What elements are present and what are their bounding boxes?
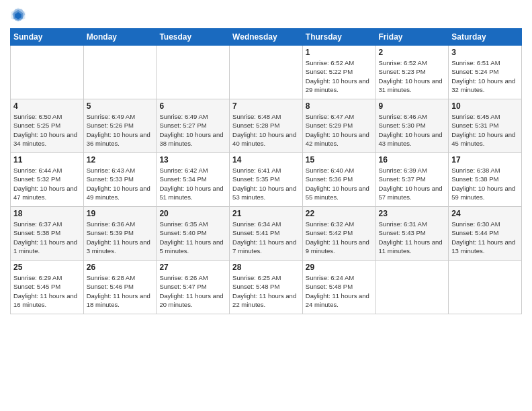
page: SundayMondayTuesdayWednesdayThursdayFrid… (0, 0, 532, 411)
col-header-sunday: Sunday (11, 29, 84, 46)
day-info: Sunrise: 6:40 AM Sunset: 5:36 PM Dayligh… (306, 166, 373, 201)
day-info: Sunrise: 6:28 AM Sunset: 5:46 PM Dayligh… (87, 273, 154, 309)
day-cell: 6Sunrise: 6:49 AM Sunset: 5:27 PM Daylig… (157, 99, 230, 153)
day-number: 2 (379, 48, 446, 57)
col-header-saturday: Saturday (449, 29, 522, 46)
day-number: 7 (232, 101, 300, 111)
day-cell: 22Sunrise: 6:32 AM Sunset: 5:42 PM Dayli… (302, 207, 375, 261)
day-number: 29 (306, 263, 373, 272)
day-number: 24 (451, 209, 519, 218)
day-info: Sunrise: 6:26 AM Sunset: 5:47 PM Dayligh… (159, 273, 226, 309)
col-header-thursday: Thursday (302, 29, 375, 46)
day-info: Sunrise: 6:49 AM Sunset: 5:26 PM Dayligh… (87, 112, 154, 148)
day-cell: 19Sunrise: 6:36 AM Sunset: 5:39 PM Dayli… (83, 207, 157, 261)
header-row: SundayMondayTuesdayWednesdayThursdayFrid… (11, 29, 522, 46)
day-cell: 17Sunrise: 6:38 AM Sunset: 5:38 PM Dayli… (449, 153, 522, 207)
day-cell: 5Sunrise: 6:49 AM Sunset: 5:26 PM Daylig… (83, 99, 157, 153)
day-info: Sunrise: 6:34 AM Sunset: 5:41 PM Dayligh… (232, 220, 300, 255)
day-info: Sunrise: 6:43 AM Sunset: 5:33 PM Dayligh… (87, 166, 154, 201)
day-cell: 1Sunrise: 6:52 AM Sunset: 5:22 PM Daylig… (302, 46, 375, 99)
col-header-monday: Monday (83, 29, 157, 46)
day-info: Sunrise: 6:37 AM Sunset: 5:38 PM Dayligh… (13, 220, 81, 255)
day-number: 18 (13, 209, 81, 218)
day-number: 27 (159, 263, 226, 272)
week-row-4: 25Sunrise: 6:29 AM Sunset: 5:45 PM Dayli… (11, 261, 522, 314)
day-number: 16 (379, 155, 446, 165)
day-number: 10 (451, 101, 519, 111)
calendar-table: SundayMondayTuesdayWednesdayThursdayFrid… (10, 28, 522, 314)
week-row-2: 11Sunrise: 6:44 AM Sunset: 5:32 PM Dayli… (11, 153, 522, 207)
day-info: Sunrise: 6:41 AM Sunset: 5:35 PM Dayligh… (232, 166, 300, 201)
day-cell: 25Sunrise: 6:29 AM Sunset: 5:45 PM Dayli… (11, 261, 84, 314)
header (10, 7, 522, 23)
logo-icon (10, 7, 26, 23)
day-info: Sunrise: 6:52 AM Sunset: 5:22 PM Dayligh… (306, 58, 373, 94)
day-number: 28 (232, 263, 300, 272)
day-number: 21 (232, 209, 300, 218)
day-number: 12 (87, 155, 154, 165)
day-info: Sunrise: 6:32 AM Sunset: 5:42 PM Dayligh… (306, 220, 373, 255)
day-info: Sunrise: 6:39 AM Sunset: 5:37 PM Dayligh… (379, 166, 446, 201)
day-number: 1 (306, 48, 373, 57)
week-row-0: 1Sunrise: 6:52 AM Sunset: 5:22 PM Daylig… (11, 46, 522, 99)
day-cell: 4Sunrise: 6:50 AM Sunset: 5:25 PM Daylig… (11, 99, 84, 153)
day-cell: 7Sunrise: 6:48 AM Sunset: 5:28 PM Daylig… (230, 99, 303, 153)
day-cell: 15Sunrise: 6:40 AM Sunset: 5:36 PM Dayli… (302, 153, 375, 207)
day-info: Sunrise: 6:52 AM Sunset: 5:23 PM Dayligh… (379, 58, 446, 94)
day-info: Sunrise: 6:50 AM Sunset: 5:25 PM Dayligh… (13, 112, 81, 148)
day-cell: 18Sunrise: 6:37 AM Sunset: 5:38 PM Dayli… (11, 207, 84, 261)
day-cell (375, 261, 449, 314)
day-info: Sunrise: 6:45 AM Sunset: 5:31 PM Dayligh… (451, 112, 519, 148)
day-info: Sunrise: 6:46 AM Sunset: 5:30 PM Dayligh… (379, 112, 446, 148)
day-cell: 24Sunrise: 6:30 AM Sunset: 5:44 PM Dayli… (449, 207, 522, 261)
day-info: Sunrise: 6:44 AM Sunset: 5:32 PM Dayligh… (13, 166, 81, 201)
day-cell (157, 46, 230, 99)
day-info: Sunrise: 6:25 AM Sunset: 5:48 PM Dayligh… (232, 273, 300, 309)
day-number: 5 (87, 101, 154, 111)
day-cell: 14Sunrise: 6:41 AM Sunset: 5:35 PM Dayli… (230, 153, 303, 207)
day-cell: 21Sunrise: 6:34 AM Sunset: 5:41 PM Dayli… (230, 207, 303, 261)
day-number: 14 (232, 155, 300, 165)
day-cell: 11Sunrise: 6:44 AM Sunset: 5:32 PM Dayli… (11, 153, 84, 207)
day-number: 6 (159, 101, 226, 111)
day-cell: 13Sunrise: 6:42 AM Sunset: 5:34 PM Dayli… (157, 153, 230, 207)
day-cell: 29Sunrise: 6:24 AM Sunset: 5:48 PM Dayli… (302, 261, 375, 314)
day-info: Sunrise: 6:31 AM Sunset: 5:43 PM Dayligh… (379, 220, 446, 255)
day-info: Sunrise: 6:51 AM Sunset: 5:24 PM Dayligh… (451, 58, 519, 94)
day-info: Sunrise: 6:38 AM Sunset: 5:38 PM Dayligh… (451, 166, 519, 201)
day-number: 17 (451, 155, 519, 165)
day-cell: 10Sunrise: 6:45 AM Sunset: 5:31 PM Dayli… (449, 99, 522, 153)
day-number: 20 (159, 209, 226, 218)
day-cell: 12Sunrise: 6:43 AM Sunset: 5:33 PM Dayli… (83, 153, 157, 207)
day-number: 3 (451, 48, 519, 57)
day-cell: 27Sunrise: 6:26 AM Sunset: 5:47 PM Dayli… (157, 261, 230, 314)
day-info: Sunrise: 6:49 AM Sunset: 5:27 PM Dayligh… (159, 112, 226, 148)
day-info: Sunrise: 6:30 AM Sunset: 5:44 PM Dayligh… (451, 220, 519, 255)
day-number: 11 (13, 155, 81, 165)
day-number: 13 (159, 155, 226, 165)
day-number: 9 (379, 101, 446, 111)
day-cell: 9Sunrise: 6:46 AM Sunset: 5:30 PM Daylig… (375, 99, 449, 153)
day-cell: 8Sunrise: 6:47 AM Sunset: 5:29 PM Daylig… (302, 99, 375, 153)
day-info: Sunrise: 6:48 AM Sunset: 5:28 PM Dayligh… (232, 112, 300, 148)
day-cell: 26Sunrise: 6:28 AM Sunset: 5:46 PM Dayli… (83, 261, 157, 314)
day-info: Sunrise: 6:47 AM Sunset: 5:29 PM Dayligh… (306, 112, 373, 148)
week-row-1: 4Sunrise: 6:50 AM Sunset: 5:25 PM Daylig… (11, 99, 522, 153)
day-cell (83, 46, 157, 99)
day-cell: 3Sunrise: 6:51 AM Sunset: 5:24 PM Daylig… (449, 46, 522, 99)
day-number: 26 (87, 263, 154, 272)
logo (10, 7, 29, 23)
week-row-3: 18Sunrise: 6:37 AM Sunset: 5:38 PM Dayli… (11, 207, 522, 261)
day-cell: 20Sunrise: 6:35 AM Sunset: 5:40 PM Dayli… (157, 207, 230, 261)
day-info: Sunrise: 6:29 AM Sunset: 5:45 PM Dayligh… (13, 273, 81, 309)
day-cell: 28Sunrise: 6:25 AM Sunset: 5:48 PM Dayli… (230, 261, 303, 314)
day-cell: 23Sunrise: 6:31 AM Sunset: 5:43 PM Dayli… (375, 207, 449, 261)
col-header-tuesday: Tuesday (157, 29, 230, 46)
day-cell (230, 46, 303, 99)
day-number: 25 (13, 263, 81, 272)
day-info: Sunrise: 6:42 AM Sunset: 5:34 PM Dayligh… (159, 166, 226, 201)
day-number: 22 (306, 209, 373, 218)
day-cell (11, 46, 84, 99)
day-number: 19 (87, 209, 154, 218)
col-header-friday: Friday (375, 29, 449, 46)
